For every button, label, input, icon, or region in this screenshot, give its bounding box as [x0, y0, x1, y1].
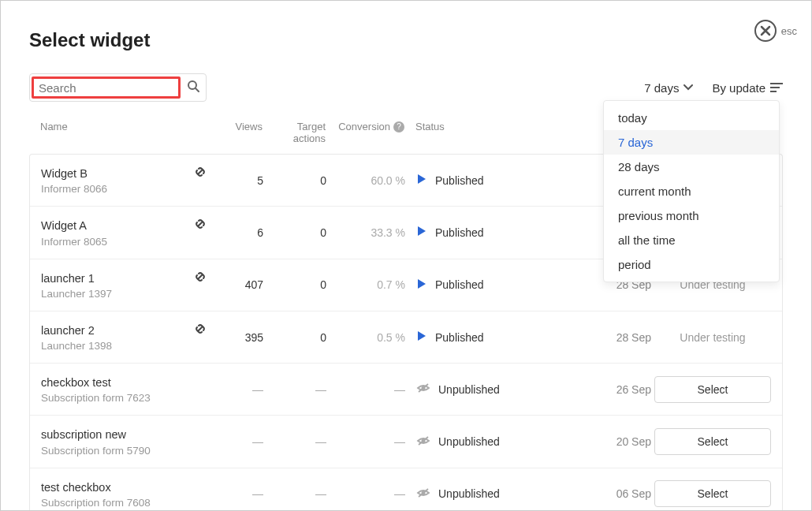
table-row: launcher 2Launcher 139839500.5 %Publishe… [30, 311, 782, 364]
widget-name: test checkbox [41, 479, 151, 495]
close-icon [760, 25, 771, 36]
conversion-cell: 0.7 % [326, 278, 405, 291]
search-highlight-box [32, 76, 181, 99]
close-button[interactable] [754, 20, 777, 42]
target-cell: 0 [263, 331, 326, 344]
updated-cell: 06 Sep [579, 487, 651, 500]
period-option[interactable]: today [604, 106, 779, 130]
sort-icon [770, 83, 783, 92]
select-widget-modal: esc Select widget 7 days By update [0, 0, 812, 511]
widget-name: subscription new [41, 427, 151, 442]
search-field-container[interactable] [29, 73, 207, 102]
widget-subtitle: Informer 8065 [41, 236, 107, 248]
status-text: Published [435, 278, 484, 291]
period-option[interactable]: all the time [604, 228, 779, 252]
period-option[interactable]: current month [604, 179, 779, 203]
target-cell: 0 [263, 174, 326, 187]
col-status: Status [404, 121, 578, 132]
widget-name: launcher 2 [41, 323, 112, 338]
widget-name: Widget B [41, 166, 107, 181]
conversion-cell: 0.5 % [326, 331, 405, 344]
conversion-cell: — [326, 435, 405, 448]
period-filter-label: 7 days [644, 81, 679, 95]
link-icon[interactable] [194, 270, 207, 285]
eye-off-icon [416, 435, 430, 449]
col-views: Views [206, 121, 263, 132]
period-option[interactable]: 28 days [604, 155, 779, 179]
widget-subtitle: Subscription form 5790 [41, 445, 151, 457]
widget-subtitle: Launcher 1397 [41, 288, 112, 300]
sort-dropdown[interactable]: By update [712, 81, 783, 95]
views-cell: — [207, 383, 263, 396]
views-cell: — [207, 435, 263, 448]
status-text: Published [435, 174, 484, 187]
status-text: Published [435, 226, 484, 239]
select-button[interactable]: Select [654, 480, 771, 507]
widget-name: launcher 1 [41, 270, 112, 286]
col-target: Target actions [263, 121, 326, 144]
select-button[interactable]: Select [654, 428, 771, 455]
conversion-cell: 60.0 % [326, 174, 405, 187]
table-row: subscription newSubscription form 5790——… [30, 416, 782, 468]
esc-label: esc [781, 25, 797, 37]
play-icon [416, 330, 427, 344]
chevron-down-icon [683, 84, 693, 91]
select-button[interactable]: Select [654, 376, 771, 403]
widget-subtitle: Informer 8066 [41, 183, 107, 195]
target-cell: — [263, 435, 326, 448]
widget-subtitle: Subscription form 7623 [41, 392, 151, 404]
period-option[interactable]: 7 days [604, 130, 779, 155]
play-icon [416, 226, 427, 239]
eye-off-icon [416, 382, 430, 396]
updated-cell: 26 Sep [579, 383, 651, 396]
eye-off-icon [416, 487, 430, 501]
play-icon [416, 173, 427, 187]
link-icon[interactable] [194, 218, 207, 233]
sort-label: By update [712, 81, 765, 95]
target-cell: — [263, 487, 326, 500]
action-status-text: Under testing [654, 331, 771, 344]
widget-name: Widget A [41, 218, 107, 233]
search-input[interactable] [34, 81, 178, 95]
period-dropdown-menu: today7 days28 dayscurrent monthprevious … [603, 100, 780, 282]
views-cell: — [207, 487, 263, 500]
period-filter-dropdown[interactable]: 7 days [644, 81, 693, 95]
help-icon[interactable]: ? [393, 121, 404, 132]
col-conversion: Conversion ? [326, 121, 404, 132]
views-cell: 407 [207, 278, 263, 291]
link-icon[interactable] [194, 166, 207, 181]
views-cell: 395 [207, 331, 263, 344]
widget-name: checkbox test [41, 375, 151, 390]
search-icon[interactable] [187, 80, 199, 95]
target-cell: 0 [263, 278, 326, 291]
status-text: Published [435, 331, 484, 344]
status-text: Unpublished [438, 383, 500, 396]
play-icon [416, 278, 427, 292]
updated-cell: 28 Sep [579, 331, 651, 344]
updated-cell: 20 Sep [579, 435, 651, 448]
target-cell: — [263, 383, 326, 396]
views-cell: 6 [207, 226, 263, 239]
target-cell: 0 [263, 226, 326, 239]
widget-subtitle: Launcher 1398 [41, 340, 112, 352]
col-name: Name [40, 121, 206, 132]
link-icon[interactable] [194, 323, 207, 338]
table-row: checkbox testSubscription form 7623———Un… [30, 364, 782, 416]
conversion-cell: — [326, 383, 405, 396]
status-text: Unpublished [438, 487, 500, 500]
widget-subtitle: Subscription form 7608 [41, 497, 151, 509]
table-row: test checkboxSubscription form 7608———Un… [30, 468, 782, 511]
views-cell: 5 [207, 174, 263, 187]
conversion-cell: — [326, 487, 405, 500]
conversion-cell: 33.3 % [326, 226, 405, 239]
period-option[interactable]: previous month [604, 203, 779, 228]
period-option[interactable]: period [604, 252, 779, 277]
status-text: Unpublished [438, 435, 500, 448]
page-title: Select widget [29, 29, 783, 51]
